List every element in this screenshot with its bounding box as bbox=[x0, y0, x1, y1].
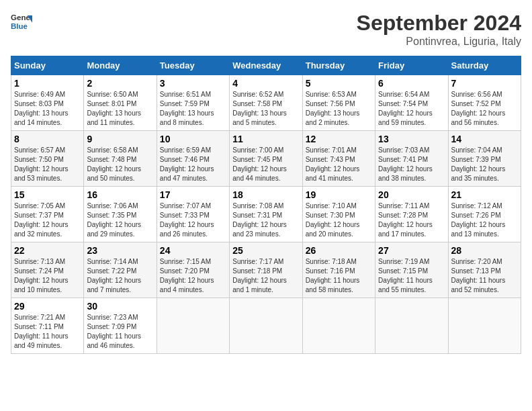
calendar-row-3: 22Sunrise: 7:13 AMSunset: 7:24 PMDayligh… bbox=[11, 242, 521, 298]
calendar-cell: 1Sunrise: 6:49 AMSunset: 8:03 PMDaylight… bbox=[11, 75, 84, 131]
day-info: Sunrise: 7:01 AMSunset: 7:43 PMDaylight:… bbox=[306, 146, 372, 183]
day-number: 15 bbox=[14, 189, 81, 200]
day-info: Sunrise: 7:20 AMSunset: 7:13 PMDaylight:… bbox=[451, 257, 518, 295]
day-number: 8 bbox=[14, 134, 81, 144]
day-number: 7 bbox=[451, 78, 518, 89]
day-number: 6 bbox=[378, 78, 445, 89]
day-number: 5 bbox=[306, 78, 372, 89]
calendar-cell bbox=[375, 298, 448, 354]
day-number: 29 bbox=[14, 301, 81, 312]
day-info: Sunrise: 7:19 AMSunset: 7:15 PMDaylight:… bbox=[378, 257, 445, 295]
calendar-cell: 8Sunrise: 6:57 AMSunset: 7:50 PMDaylight… bbox=[11, 131, 84, 187]
calendar-cell bbox=[157, 298, 229, 354]
day-info: Sunrise: 7:05 AMSunset: 7:37 PMDaylight:… bbox=[14, 201, 81, 239]
calendar-cell: 26Sunrise: 7:18 AMSunset: 7:16 PMDayligh… bbox=[302, 242, 375, 298]
calendar-cell: 13Sunrise: 7:03 AMSunset: 7:41 PMDayligh… bbox=[375, 131, 448, 187]
day-info: Sunrise: 6:59 AMSunset: 7:46 PMDaylight:… bbox=[160, 146, 226, 183]
day-number: 9 bbox=[87, 134, 153, 144]
day-info: Sunrise: 7:18 AMSunset: 7:16 PMDaylight:… bbox=[306, 257, 372, 295]
day-info: Sunrise: 7:04 AMSunset: 7:39 PMDaylight:… bbox=[451, 146, 518, 183]
day-number: 17 bbox=[160, 189, 226, 200]
calendar-cell: 16Sunrise: 7:06 AMSunset: 7:35 PMDayligh… bbox=[84, 187, 157, 242]
day-info: Sunrise: 6:51 AMSunset: 7:59 PMDaylight:… bbox=[160, 90, 226, 128]
day-info: Sunrise: 7:08 AMSunset: 7:31 PMDaylight:… bbox=[232, 201, 299, 239]
day-number: 27 bbox=[378, 245, 445, 256]
day-number: 10 bbox=[160, 134, 226, 144]
day-info: Sunrise: 6:57 AMSunset: 7:50 PMDaylight:… bbox=[14, 146, 81, 183]
day-info: Sunrise: 7:14 AMSunset: 7:22 PMDaylight:… bbox=[87, 257, 153, 295]
calendar-cell: 28Sunrise: 7:20 AMSunset: 7:13 PMDayligh… bbox=[448, 242, 521, 298]
day-number: 13 bbox=[378, 134, 445, 144]
calendar-cell: 19Sunrise: 7:10 AMSunset: 7:30 PMDayligh… bbox=[302, 187, 375, 242]
title-block: September 2024 Pontinvrea, Liguria, Ital… bbox=[357, 11, 521, 48]
calendar-cell: 18Sunrise: 7:08 AMSunset: 7:31 PMDayligh… bbox=[230, 187, 302, 242]
day-number: 11 bbox=[232, 134, 299, 144]
svg-text:Blue: Blue bbox=[11, 22, 28, 30]
col-header-sunday: Sunday bbox=[11, 56, 84, 75]
day-info: Sunrise: 7:13 AMSunset: 7:24 PMDaylight:… bbox=[14, 257, 81, 295]
calendar-header-row: SundayMondayTuesdayWednesdayThursdayFrid… bbox=[11, 56, 521, 75]
day-number: 25 bbox=[232, 245, 299, 256]
day-info: Sunrise: 6:54 AMSunset: 7:54 PMDaylight:… bbox=[378, 90, 445, 128]
col-header-wednesday: Wednesday bbox=[230, 56, 302, 75]
logo-icon: General Blue bbox=[11, 11, 32, 32]
day-number: 19 bbox=[306, 189, 372, 200]
calendar-row-1: 8Sunrise: 6:57 AMSunset: 7:50 PMDaylight… bbox=[11, 131, 521, 187]
day-info: Sunrise: 7:21 AMSunset: 7:11 PMDaylight:… bbox=[14, 313, 81, 351]
day-number: 18 bbox=[232, 189, 299, 200]
day-info: Sunrise: 7:11 AMSunset: 7:28 PMDaylight:… bbox=[378, 201, 445, 239]
day-info: Sunrise: 7:17 AMSunset: 7:18 PMDaylight:… bbox=[232, 257, 299, 295]
calendar-cell bbox=[230, 298, 302, 354]
day-number: 3 bbox=[160, 78, 226, 89]
col-header-saturday: Saturday bbox=[448, 56, 521, 75]
logo: General Blue bbox=[11, 11, 32, 32]
page-header: General Blue September 2024 Pontinvrea, … bbox=[11, 11, 521, 48]
col-header-tuesday: Tuesday bbox=[157, 56, 229, 75]
day-number: 12 bbox=[306, 134, 372, 144]
calendar-cell: 17Sunrise: 7:07 AMSunset: 7:33 PMDayligh… bbox=[157, 187, 229, 242]
calendar-cell: 29Sunrise: 7:21 AMSunset: 7:11 PMDayligh… bbox=[11, 298, 84, 354]
calendar-cell: 15Sunrise: 7:05 AMSunset: 7:37 PMDayligh… bbox=[11, 187, 84, 242]
calendar-row-0: 1Sunrise: 6:49 AMSunset: 8:03 PMDaylight… bbox=[11, 75, 521, 131]
day-number: 1 bbox=[14, 78, 81, 89]
day-number: 22 bbox=[14, 245, 81, 256]
day-info: Sunrise: 7:07 AMSunset: 7:33 PMDaylight:… bbox=[160, 201, 226, 239]
day-number: 28 bbox=[451, 245, 518, 256]
calendar-table: SundayMondayTuesdayWednesdayThursdayFrid… bbox=[11, 56, 521, 354]
day-info: Sunrise: 7:06 AMSunset: 7:35 PMDaylight:… bbox=[87, 201, 153, 239]
calendar-cell: 7Sunrise: 6:56 AMSunset: 7:52 PMDaylight… bbox=[448, 75, 521, 131]
day-number: 16 bbox=[87, 189, 153, 200]
calendar-cell: 14Sunrise: 7:04 AMSunset: 7:39 PMDayligh… bbox=[448, 131, 521, 187]
day-number: 30 bbox=[87, 301, 153, 312]
day-info: Sunrise: 6:52 AMSunset: 7:58 PMDaylight:… bbox=[232, 90, 299, 128]
calendar-cell: 20Sunrise: 7:11 AMSunset: 7:28 PMDayligh… bbox=[375, 187, 448, 242]
calendar-cell bbox=[302, 298, 375, 354]
calendar-cell: 12Sunrise: 7:01 AMSunset: 7:43 PMDayligh… bbox=[302, 131, 375, 187]
calendar-row-4: 29Sunrise: 7:21 AMSunset: 7:11 PMDayligh… bbox=[11, 298, 521, 354]
day-number: 26 bbox=[306, 245, 372, 256]
calendar-cell: 23Sunrise: 7:14 AMSunset: 7:22 PMDayligh… bbox=[84, 242, 157, 298]
day-number: 24 bbox=[160, 245, 226, 256]
day-number: 23 bbox=[87, 245, 153, 256]
calendar-cell: 5Sunrise: 6:53 AMSunset: 7:56 PMDaylight… bbox=[302, 75, 375, 131]
day-info: Sunrise: 6:58 AMSunset: 7:48 PMDaylight:… bbox=[87, 146, 153, 183]
col-header-friday: Friday bbox=[375, 56, 448, 75]
col-header-thursday: Thursday bbox=[302, 56, 375, 75]
calendar-cell: 3Sunrise: 6:51 AMSunset: 7:59 PMDaylight… bbox=[157, 75, 229, 131]
day-number: 4 bbox=[232, 78, 299, 89]
month-title: September 2024 bbox=[357, 11, 521, 36]
day-info: Sunrise: 7:12 AMSunset: 7:26 PMDaylight:… bbox=[451, 201, 518, 239]
day-number: 20 bbox=[378, 189, 445, 200]
calendar-cell: 24Sunrise: 7:15 AMSunset: 7:20 PMDayligh… bbox=[157, 242, 229, 298]
day-info: Sunrise: 7:10 AMSunset: 7:30 PMDaylight:… bbox=[306, 201, 372, 239]
day-info: Sunrise: 7:00 AMSunset: 7:45 PMDaylight:… bbox=[232, 146, 299, 183]
day-number: 14 bbox=[451, 134, 518, 144]
calendar-cell: 2Sunrise: 6:50 AMSunset: 8:01 PMDaylight… bbox=[84, 75, 157, 131]
location-title: Pontinvrea, Liguria, Italy bbox=[357, 36, 521, 48]
day-number: 21 bbox=[451, 189, 518, 200]
calendar-cell: 11Sunrise: 7:00 AMSunset: 7:45 PMDayligh… bbox=[230, 131, 302, 187]
calendar-cell: 27Sunrise: 7:19 AMSunset: 7:15 PMDayligh… bbox=[375, 242, 448, 298]
day-info: Sunrise: 6:53 AMSunset: 7:56 PMDaylight:… bbox=[306, 90, 372, 128]
day-number: 2 bbox=[87, 78, 153, 89]
calendar-row-2: 15Sunrise: 7:05 AMSunset: 7:37 PMDayligh… bbox=[11, 187, 521, 242]
